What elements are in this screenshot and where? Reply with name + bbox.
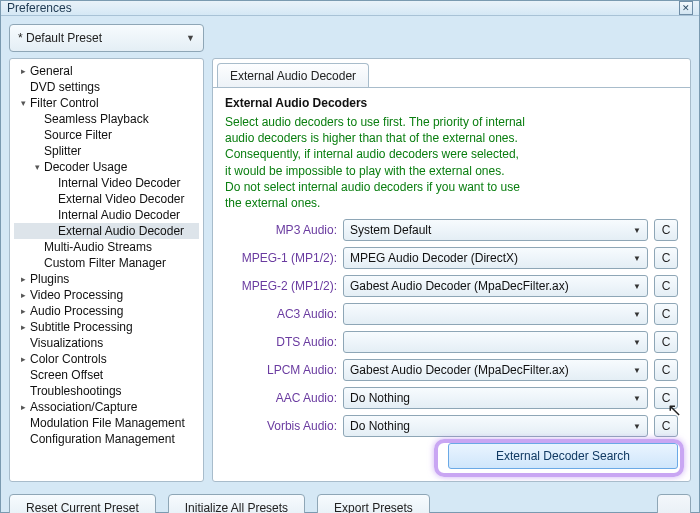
decoder-clear-button[interactable]: C: [654, 359, 678, 381]
chevron-down-icon: ▼: [633, 338, 641, 347]
dialog-ghost-button[interactable]: [657, 494, 691, 513]
tree-item[interactable]: ▸Video Processing: [14, 287, 199, 303]
search-button-label: External Decoder Search: [496, 449, 630, 463]
tree-item[interactable]: External Video Decoder: [14, 191, 199, 207]
decoder-row-label: AC3 Audio:: [225, 307, 337, 321]
decoder-select[interactable]: Do Nothing▼: [343, 415, 648, 437]
decoder-clear-button[interactable]: C: [654, 303, 678, 325]
chevron-down-icon: ▼: [633, 366, 641, 375]
chevron-down-icon: ▼: [633, 226, 641, 235]
expand-icon[interactable]: ▸: [18, 354, 28, 364]
tree-item-label: Multi-Audio Streams: [44, 240, 152, 254]
content-panel: External Audio Decoder External Audio De…: [212, 58, 691, 482]
chevron-down-icon: ▼: [186, 33, 195, 43]
decoder-clear-button[interactable]: C: [654, 247, 678, 269]
decoder-clear-button[interactable]: C: [654, 387, 678, 409]
decoder-clear-button[interactable]: C: [654, 219, 678, 241]
tree-item[interactable]: ▸Plugins: [14, 271, 199, 287]
chevron-down-icon: ▼: [633, 282, 641, 291]
tree-item[interactable]: Source Filter: [14, 127, 199, 143]
tree-item[interactable]: Internal Video Decoder: [14, 175, 199, 191]
tree-item[interactable]: ▸Audio Processing: [14, 303, 199, 319]
titlebar: Preferences ✕: [1, 1, 699, 16]
decoder-select[interactable]: System Default▼: [343, 219, 648, 241]
tree-item-label: Plugins: [30, 272, 69, 286]
reset-current-preset-button[interactable]: Reset Current Preset: [9, 494, 156, 513]
tree-item-label: Source Filter: [44, 128, 112, 142]
expand-icon[interactable]: ▸: [18, 322, 28, 332]
decoder-select[interactable]: ▼: [343, 331, 648, 353]
tree-item[interactable]: Troubleshootings: [14, 383, 199, 399]
preferences-window: Preferences ✕ * Default Preset ▼ ▸Genera…: [0, 0, 700, 513]
section-title: External Audio Decoders: [225, 96, 678, 110]
preset-dropdown[interactable]: * Default Preset ▼: [9, 24, 204, 52]
decoder-select[interactable]: Gabest Audio Decoder (MpaDecFilter.ax)▼: [343, 275, 648, 297]
tree-item[interactable]: ▸General: [14, 63, 199, 79]
external-decoder-search-button[interactable]: External Decoder Search: [448, 443, 678, 469]
expand-icon[interactable]: ▸: [18, 306, 28, 316]
collapse-icon[interactable]: ▾: [18, 98, 28, 108]
tree-item-label: Troubleshootings: [30, 384, 122, 398]
expand-icon[interactable]: ▸: [18, 402, 28, 412]
decoder-row-label: MPEG-2 (MP1/2):: [225, 279, 337, 293]
tree-item[interactable]: External Audio Decoder: [14, 223, 199, 239]
tree-item-label: DVD settings: [30, 80, 100, 94]
tree-item[interactable]: Screen Offset: [14, 367, 199, 383]
decoder-row-label: DTS Audio:: [225, 335, 337, 349]
decoder-row-label: MP3 Audio:: [225, 223, 337, 237]
decoder-row-label: LPCM Audio:: [225, 363, 337, 377]
decoder-row: MPEG-1 (MP1/2):MPEG Audio Decoder (Direc…: [225, 247, 678, 269]
expand-icon[interactable]: ▸: [18, 274, 28, 284]
expand-icon[interactable]: ▸: [18, 290, 28, 300]
bottom-bar: Reset Current Preset Initialize All Pres…: [9, 488, 691, 513]
decoder-row: DTS Audio:▼C: [225, 331, 678, 353]
decoder-row: MP3 Audio:System Default▼C: [225, 219, 678, 241]
tree-item[interactable]: Multi-Audio Streams: [14, 239, 199, 255]
tree-item-label: Internal Audio Decoder: [58, 208, 180, 222]
decoder-select-value: MPEG Audio Decoder (DirectX): [350, 251, 518, 265]
decoder-row: AAC Audio:Do Nothing▼C: [225, 387, 678, 409]
decoder-clear-button[interactable]: C: [654, 331, 678, 353]
collapse-icon[interactable]: ▾: [32, 162, 42, 172]
decoder-row: AC3 Audio:▼C: [225, 303, 678, 325]
tree-item[interactable]: ▸Subtitle Processing: [14, 319, 199, 335]
tab-label: External Audio Decoder: [230, 69, 356, 83]
tree-item[interactable]: ▸Color Controls: [14, 351, 199, 367]
tree-item[interactable]: Visualizations: [14, 335, 199, 351]
initialize-all-presets-button[interactable]: Initialize All Presets: [168, 494, 305, 513]
nav-tree: ▸GeneralDVD settings▾Filter ControlSeaml…: [14, 63, 199, 447]
nav-tree-panel[interactable]: ▸GeneralDVD settings▾Filter ControlSeaml…: [9, 58, 204, 482]
decoder-row: MPEG-2 (MP1/2):Gabest Audio Decoder (Mpa…: [225, 275, 678, 297]
chevron-down-icon: ▼: [633, 310, 641, 319]
decoder-row-label: MPEG-1 (MP1/2):: [225, 251, 337, 265]
export-presets-button[interactable]: Export Presets: [317, 494, 430, 513]
tree-item-label: General: [30, 64, 73, 78]
tree-item[interactable]: ▸Association/Capture: [14, 399, 199, 415]
tree-item[interactable]: DVD settings: [14, 79, 199, 95]
tree-item[interactable]: Configuration Management: [14, 431, 199, 447]
decoder-clear-button[interactable]: C: [654, 415, 678, 437]
close-icon[interactable]: ✕: [679, 1, 693, 15]
tab-external-audio-decoder[interactable]: External Audio Decoder: [217, 63, 369, 88]
expand-icon[interactable]: ▸: [18, 66, 28, 76]
decoder-clear-button[interactable]: C: [654, 275, 678, 297]
decoder-select-value: Gabest Audio Decoder (MpaDecFilter.ax): [350, 279, 569, 293]
tree-item[interactable]: Internal Audio Decoder: [14, 207, 199, 223]
tree-item[interactable]: Splitter: [14, 143, 199, 159]
tree-item-label: Configuration Management: [30, 432, 175, 446]
search-row: External Decoder Search: [225, 443, 678, 469]
tree-item[interactable]: ▾Decoder Usage: [14, 159, 199, 175]
decoder-select[interactable]: MPEG Audio Decoder (DirectX)▼: [343, 247, 648, 269]
decoder-select[interactable]: Gabest Audio Decoder (MpaDecFilter.ax)▼: [343, 359, 648, 381]
decoder-select-value: Do Nothing: [350, 391, 410, 405]
decoder-select[interactable]: Do Nothing▼: [343, 387, 648, 409]
tree-item[interactable]: ▾Filter Control: [14, 95, 199, 111]
section-hint: Select audio decoders to use first. The …: [225, 114, 678, 211]
tree-item[interactable]: Modulation File Management: [14, 415, 199, 431]
decoder-select[interactable]: ▼: [343, 303, 648, 325]
tree-item-label: Internal Video Decoder: [58, 176, 181, 190]
tree-item[interactable]: Custom Filter Manager: [14, 255, 199, 271]
decoder-row: Vorbis Audio:Do Nothing▼C: [225, 415, 678, 437]
tree-item[interactable]: Seamless Playback: [14, 111, 199, 127]
tree-item-label: Filter Control: [30, 96, 99, 110]
